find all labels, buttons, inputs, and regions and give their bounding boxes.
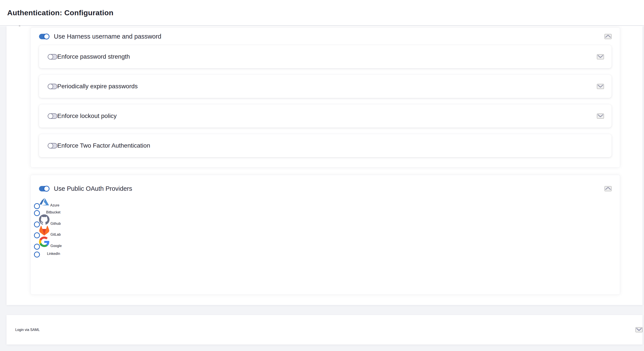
toggle-knob xyxy=(34,210,40,216)
content-area: Use Harness username and password Enforc… xyxy=(0,26,644,351)
oauth-label: Use Public OAuth Providers xyxy=(54,185,132,192)
username-password-header: Use Harness username and password xyxy=(39,28,612,45)
collapse-section-button[interactable] xyxy=(604,34,612,39)
saml-panel: Login via SAML xyxy=(6,315,642,344)
provider-label: LinkedIn xyxy=(47,252,60,256)
option-row-lockout-policy: Enforce lockout policy xyxy=(39,104,612,128)
provider-label: Azure xyxy=(50,204,60,207)
chevron-down-icon xyxy=(597,84,604,88)
oauth-item-gitlab: GitLab xyxy=(39,226,612,236)
collapse-section-button[interactable] xyxy=(604,186,612,191)
page-title: Authentication: Configuration xyxy=(7,8,113,17)
oauth-provider-grid: Azure Bitbucket xyxy=(39,197,612,256)
oauth-toggle[interactable] xyxy=(39,186,48,192)
toggle-knob xyxy=(34,222,40,228)
provider-label: Bitbucket xyxy=(46,210,60,214)
chevron-down-icon xyxy=(636,328,642,331)
oauth-providers-card: Use Public OAuth Providers Azure xyxy=(30,175,620,294)
chevron-down-icon xyxy=(597,55,604,58)
expand-option-button[interactable] xyxy=(597,84,604,89)
provider-label: Google xyxy=(50,244,62,248)
toggle-knob xyxy=(34,203,40,209)
username-password-card: Use Harness username and password Enforc… xyxy=(30,28,620,168)
two-factor-toggle[interactable] xyxy=(48,143,57,148)
option-label: Periodically expire passwords xyxy=(57,83,138,90)
saml-label: Login via SAML xyxy=(15,328,40,332)
chevron-up-icon xyxy=(605,186,611,190)
toggle-knob xyxy=(48,113,53,119)
bitbucket-icon xyxy=(39,210,46,214)
oauth-header: Use Public OAuth Providers xyxy=(39,180,612,197)
oauth-item-bitbucket: Bitbucket xyxy=(39,207,612,214)
toggle-knob xyxy=(34,252,40,258)
expand-saml-button[interactable] xyxy=(636,327,642,332)
gitlab-icon xyxy=(39,232,50,236)
lockout-policy-toggle[interactable] xyxy=(48,113,57,119)
github-icon xyxy=(39,222,50,226)
oauth-item-google: Google xyxy=(39,236,612,248)
oauth-item-azure: Azure xyxy=(39,197,612,207)
page-header: Authentication: Configuration xyxy=(0,0,644,26)
option-row-password-strength: Enforce password strength xyxy=(39,45,612,68)
expand-option-button[interactable] xyxy=(597,54,604,59)
toggle-knob xyxy=(34,232,40,238)
option-label: Enforce Two Factor Authentication xyxy=(57,142,150,149)
toggle-knob xyxy=(44,34,50,40)
expire-passwords-toggle[interactable] xyxy=(48,84,57,89)
option-label: Enforce password strength xyxy=(57,53,130,60)
option-label: Enforce lockout policy xyxy=(57,112,116,120)
authentication-configuration-page: { "header": { "title": "Authentication: … xyxy=(0,0,644,351)
provider-label: GitLab xyxy=(50,232,60,236)
auth-settings-panel: Use Harness username and password Enforc… xyxy=(6,26,642,305)
chevron-down-icon xyxy=(597,114,604,118)
google-icon xyxy=(39,244,50,248)
password-strength-toggle[interactable] xyxy=(48,54,57,60)
expand-option-button[interactable] xyxy=(597,114,604,118)
username-password-label: Use Harness username and password xyxy=(54,33,161,40)
linkedin-icon xyxy=(39,252,47,256)
toggle-knob xyxy=(48,143,53,148)
toggle-knob xyxy=(48,54,53,60)
azure-icon xyxy=(39,204,50,207)
toggle-knob xyxy=(48,84,53,89)
option-row-expire-passwords: Periodically expire passwords xyxy=(39,75,612,98)
toggle-knob xyxy=(44,186,50,192)
oauth-item-linkedin: LinkedIn xyxy=(39,248,612,256)
oauth-item-github: Github xyxy=(39,214,612,226)
username-password-toggle[interactable] xyxy=(39,34,48,39)
chevron-up-icon xyxy=(605,34,611,38)
toggle-knob xyxy=(34,244,40,250)
provider-label: Github xyxy=(50,222,60,226)
option-row-two-factor: Enforce Two Factor Authentication xyxy=(39,134,612,157)
